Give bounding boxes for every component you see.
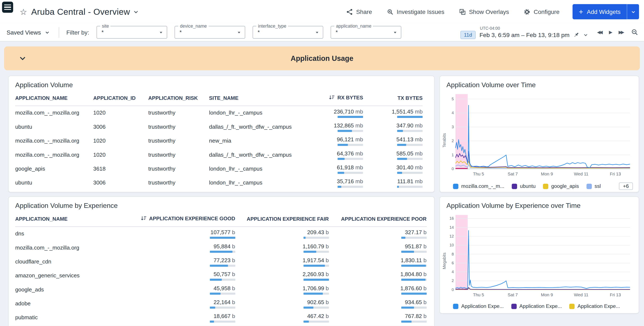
experience-fair-bar: [303, 320, 329, 323]
table-row[interactable]: adobe22,164 b902.65 b934.65 b: [15, 296, 426, 310]
svg-text:Wed 11: Wed 11: [574, 292, 588, 297]
sort-descending-icon: [140, 215, 146, 223]
action-investigate-issues[interactable]: Investigate Issues: [387, 9, 444, 15]
filter-select-site[interactable]: site*: [96, 26, 167, 39]
table-row[interactable]: mozilla.com_-_mozilla.org1020trustworthy…: [15, 134, 422, 148]
table-row[interactable]: dns107,577 b209.43 b327.17 b: [15, 227, 426, 240]
table-row[interactable]: google_apis3618trustworthylondon_lhr_-_c…: [15, 162, 422, 176]
column-header[interactable]: APPLICATION EXPERIENCE FAIR: [235, 212, 329, 227]
pin-icon[interactable]: [573, 32, 580, 38]
add-widgets-button[interactable]: + Add Widgets: [573, 4, 627, 19]
table-row[interactable]: mozilla.com_-_mozilla.org95,884 b1,160.7…: [15, 241, 426, 255]
legend-item[interactable]: ssl: [586, 183, 601, 189]
experience-fair-cell: 467.42 b: [235, 310, 329, 324]
column-header[interactable]: APPLICATION EXPERIENCE POOR: [329, 212, 426, 227]
column-header[interactable]: TX BYTES: [363, 92, 422, 106]
table-row[interactable]: mozilla.com_-_mozilla.org1020trustworthy…: [15, 106, 422, 120]
experience-poor-cell: 767.82 b: [329, 310, 426, 324]
experience-good-cell: 22,164 b: [140, 296, 235, 310]
application-risk-cell: trustworthy: [148, 148, 209, 162]
title-chevron-down-icon[interactable]: [133, 9, 138, 15]
action-configure[interactable]: Configure: [524, 9, 560, 15]
legend-item[interactable]: Application Expe...: [569, 303, 620, 309]
legend-item[interactable]: ubuntu: [512, 183, 536, 189]
legend-item[interactable]: Application Expe...: [453, 303, 504, 309]
timezone-label: UTC-04:00: [480, 26, 588, 30]
add-widgets-dropdown-button[interactable]: [627, 4, 639, 19]
unit-label: mb: [413, 109, 422, 115]
table-row[interactable]: cloudflare_cdn77,223 b1,917.54 b1,830.11…: [15, 255, 426, 268]
column-header[interactable]: SITE_NAME: [209, 92, 328, 106]
table-row[interactable]: pubmatic18,667 b467.42 b767.82 b: [15, 310, 426, 324]
column-header[interactable]: APPLICATION_ID: [93, 92, 148, 106]
chart-series-line: [456, 151, 630, 168]
section-title: Application Usage: [4, 54, 640, 63]
chart-area[interactable]: 0246810121416Thu 5Sat 7Mon 9Wed 11Fri 13: [447, 212, 635, 301]
filters: site*device_name*interface_type*applicat…: [96, 26, 409, 39]
legend-swatch: [453, 183, 458, 189]
legend-item[interactable]: Application Expe...: [511, 303, 562, 309]
favorite-star-icon[interactable]: ☆: [20, 7, 27, 17]
svg-text:Thu 5: Thu 5: [473, 171, 484, 176]
saved-views-label: Saved Views: [6, 29, 41, 36]
filter-select-interface_type[interactable]: interface_type*: [252, 26, 323, 39]
experience-good-value: 50,757: [214, 271, 231, 277]
table-row[interactable]: amazon_generic_services50,757 b2,260.93 …: [15, 268, 426, 282]
rx-bytes-cell: 31,389 mb: [328, 190, 363, 192]
experience-fair-cell: 1,917.54 b: [235, 255, 329, 268]
experience-poor-bar: [401, 265, 426, 267]
filter-label: application_name: [334, 23, 373, 28]
legend-item[interactable]: google_apis: [543, 183, 579, 189]
table-row[interactable]: ubuntu3006trustworthydallas_/_ft._worth_…: [15, 120, 422, 134]
application-volume-card: Application Volume APPLICATION_NAMEAPPLI…: [8, 76, 434, 192]
legend-more-badge[interactable]: +6: [619, 182, 633, 190]
action-share[interactable]: Share: [346, 9, 372, 15]
column-header[interactable]: APPLICATION_NAME: [15, 212, 140, 227]
duration-badge[interactable]: 11d: [460, 31, 476, 39]
application-risk-cell: trustworthy: [148, 120, 209, 134]
rewind-icon[interactable]: ◀◀: [596, 29, 602, 36]
svg-text:8: 8: [452, 252, 454, 256]
rx-bytes-value: 35,716: [337, 178, 354, 184]
time-range-text[interactable]: Feb 3, 6:59 am – Feb 13, 9:18 pm: [480, 31, 570, 38]
column-header-label: TX BYTES: [398, 95, 422, 101]
hamburger-menu-icon[interactable]: [2, 2, 13, 13]
chart-area[interactable]: 012345Thu 5Sat 7Mon 9Wed 11Fri 13: [447, 92, 635, 180]
zoom-out-icon[interactable]: [631, 29, 638, 36]
time-dropdown-chevron-icon[interactable]: [583, 32, 588, 37]
y-axis-label: Terabits: [442, 92, 447, 180]
legend-item[interactable]: mozilla.com_-_m...: [453, 183, 504, 189]
experience-poor-value: 327.17: [405, 229, 422, 235]
table-row[interactable]: mozilla.com_-_mozilla.org1020trustworthy…: [15, 148, 422, 162]
filter-select-application_name[interactable]: application_name*: [331, 26, 401, 39]
application-name-cell: pubmatic: [15, 310, 140, 324]
rx-bytes-bar: [338, 172, 363, 174]
saved-views-button[interactable]: Saved Views: [5, 29, 51, 36]
filter-select-device_name[interactable]: device_name*: [175, 26, 246, 39]
table-row[interactable]: ubuntu3006trustworthylondon_lhr_-_campus…: [15, 176, 422, 190]
experience-poor-value: 951.87: [405, 243, 422, 249]
fast-forward-icon[interactable]: ▶▶: [618, 29, 624, 36]
play-icon[interactable]: ▶: [608, 29, 612, 36]
application-risk-cell: trustworthy: [148, 106, 209, 120]
table-row[interactable]: google_ads45,958 b1,706.99 b1,876.60 b: [15, 283, 426, 296]
column-header[interactable]: APPLICATION_RISK: [148, 92, 209, 106]
legend-label: google_apis: [551, 183, 579, 189]
tx-bytes-value: 541.13: [396, 136, 414, 143]
column-header[interactable]: APPLICATION EXPERIENCE GOOD: [140, 212, 235, 227]
legend-swatch: [543, 183, 548, 189]
experience-good-bar: [210, 292, 235, 295]
application-id-cell: 1020: [93, 106, 148, 120]
svg-text:Sat 7: Sat 7: [508, 292, 518, 297]
tx-bytes-bar: [397, 158, 422, 160]
tx-bytes-bar: [397, 116, 422, 118]
action-show-overlays[interactable]: Show Overlays: [459, 9, 509, 15]
application-usage-section-header: Application Usage: [4, 47, 640, 70]
column-header[interactable]: RX BYTES: [328, 92, 363, 106]
experience-fair-cell: 1,706.99 b: [235, 283, 329, 296]
unit-label: b: [422, 299, 426, 305]
tx-bytes-cell: 1,551.45 mb: [363, 106, 422, 120]
column-header[interactable]: APPLICATION_NAME: [15, 92, 93, 106]
table-row[interactable]: ubuntu3006trustworthynew_mia31,389 mb73.…: [15, 190, 422, 192]
filter-value: *: [258, 29, 260, 35]
